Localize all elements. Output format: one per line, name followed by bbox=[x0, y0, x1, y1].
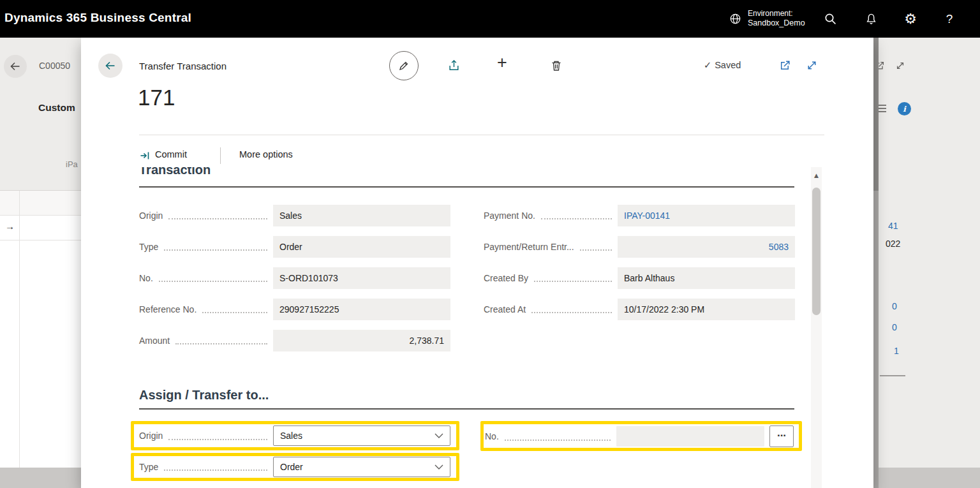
factbox-popout-icon[interactable] bbox=[879, 61, 885, 71]
settings-gear-icon[interactable]: ⚙ bbox=[898, 0, 923, 38]
field-row-type: Type Order bbox=[139, 236, 450, 258]
dotted-leader bbox=[175, 343, 267, 344]
field-label: Payment No. bbox=[484, 211, 535, 221]
factbox-value-date: 022 bbox=[886, 239, 900, 249]
app-top-bar: Dynamics 365 Business Central Environmen… bbox=[0, 0, 980, 38]
dotted-leader bbox=[580, 249, 612, 251]
share-button[interactable] bbox=[447, 59, 461, 72]
background-page-title: Custom bbox=[38, 102, 75, 114]
transfer-transaction-dialog: Transfer Transaction + ✓ Saved bbox=[81, 38, 873, 488]
more-options-action[interactable]: More options bbox=[239, 149, 293, 159]
field-row-payment-no: Payment No. IPAY-00141 bbox=[484, 205, 795, 226]
field-row-created-by: Created By Barb Althaus bbox=[484, 267, 795, 289]
assist-edit-button[interactable]: ... bbox=[769, 425, 794, 447]
assign-section-heading: Assign / Transfer to... bbox=[139, 388, 269, 403]
dialog-scrollbar-thumb[interactable] bbox=[812, 188, 820, 315]
background-bottom-band bbox=[879, 468, 980, 488]
record-id: 171 bbox=[138, 85, 175, 110]
transaction-section-underline bbox=[139, 186, 794, 188]
field-value-reference-no: 290927152225 bbox=[273, 299, 450, 320]
search-icon[interactable] bbox=[818, 0, 843, 38]
commit-action[interactable]: Commit bbox=[155, 149, 187, 159]
assign-origin-select[interactable]: Sales bbox=[273, 425, 450, 446]
factbox-count-3[interactable]: 1 bbox=[894, 346, 899, 356]
assign-origin-value: Sales bbox=[280, 431, 434, 441]
factbox-value-payment[interactable]: 41 bbox=[888, 221, 898, 231]
field-row-origin: Origin Sales bbox=[139, 205, 450, 226]
factbox-count-2[interactable]: 0 bbox=[892, 322, 897, 332]
dotted-leader bbox=[202, 312, 267, 313]
assign-type-select[interactable]: Order bbox=[273, 457, 450, 477]
field-value-created-at: 10/17/2022 2:30 PM bbox=[618, 299, 795, 320]
check-icon: ✓ bbox=[704, 60, 711, 70]
environment-globe-icon[interactable] bbox=[722, 0, 748, 38]
field-row-payment-return-entry: Payment/Return Entr... 5083 bbox=[484, 236, 795, 258]
background-back-button[interactable] bbox=[4, 55, 27, 78]
environment-label[interactable]: Environment: Sandbox_Demo bbox=[748, 9, 805, 28]
highlight-annotation-type: Type Order bbox=[131, 453, 459, 481]
assign-type-label: Type bbox=[139, 462, 158, 472]
assign-origin-label: Origin bbox=[139, 431, 163, 441]
field-label: Reference No. bbox=[139, 304, 197, 314]
field-value-payment-no[interactable]: IPAY-00141 bbox=[618, 205, 795, 226]
scroll-up-arrow-icon[interactable]: ▲ bbox=[811, 172, 822, 179]
background-scrollbar-thumb[interactable] bbox=[873, 38, 879, 191]
field-value-payment-return-entry[interactable]: 5083 bbox=[618, 236, 795, 258]
help-glyph: ? bbox=[946, 12, 953, 26]
dialog-scrollbar[interactable]: ▲ bbox=[811, 167, 822, 488]
notifications-bell-icon[interactable] bbox=[858, 0, 884, 38]
header-divider bbox=[139, 135, 824, 135]
field-row-amount: Amount 2,738.71 bbox=[139, 330, 450, 351]
assign-no-label: No. bbox=[485, 431, 499, 441]
dialog-title: Transfer Transaction bbox=[139, 61, 226, 71]
field-value-created-by: Barb Althaus bbox=[618, 267, 795, 289]
dotted-leader bbox=[168, 439, 267, 440]
dotted-leader bbox=[159, 281, 267, 282]
new-record-button[interactable]: + bbox=[497, 54, 507, 71]
background-page-scrollbar[interactable] bbox=[873, 38, 879, 488]
transaction-fields-left: Origin Sales Type Order No. S-ORD101073 … bbox=[139, 205, 450, 361]
transaction-fields-right: Payment No. IPAY-00141 Payment/Return En… bbox=[484, 205, 795, 330]
dotted-leader bbox=[164, 249, 267, 251]
dotted-leader bbox=[541, 218, 612, 219]
save-status-label: Saved bbox=[715, 60, 741, 70]
field-row-reference-no: Reference No. 290927152225 bbox=[139, 299, 450, 320]
dotted-leader bbox=[531, 312, 612, 313]
dotted-leader bbox=[164, 470, 267, 471]
background-table-header-divider bbox=[0, 215, 81, 216]
background-table-row-divider bbox=[0, 240, 81, 240]
info-icon[interactable]: i bbox=[898, 102, 911, 115]
field-label: Origin bbox=[139, 211, 163, 221]
open-in-window-icon[interactable] bbox=[779, 59, 791, 71]
factbox-count-1[interactable]: 0 bbox=[892, 301, 897, 311]
expand-dialog-icon[interactable] bbox=[806, 59, 818, 71]
page-stage: C00050 Custom iPa → bbox=[0, 38, 980, 488]
help-icon[interactable]: ? bbox=[937, 0, 962, 38]
background-table: → bbox=[0, 190, 81, 468]
actionbar-divider bbox=[220, 147, 221, 164]
factbox-menu-icon[interactable] bbox=[879, 104, 886, 113]
field-label: No. bbox=[139, 273, 153, 283]
dialog-back-button[interactable] bbox=[98, 54, 122, 78]
assign-type-value: Order bbox=[280, 462, 434, 472]
field-row-created-at: Created At 10/17/2022 2:30 PM bbox=[484, 299, 795, 320]
field-row-no: No. S-ORD101073 bbox=[139, 267, 450, 289]
dotted-leader bbox=[505, 440, 611, 441]
app-title: Dynamics 365 Business Central bbox=[4, 11, 191, 25]
highlight-annotation-no: No. ... bbox=[480, 421, 802, 451]
field-value-no: S-ORD101073 bbox=[273, 267, 450, 289]
factbox-collapse-icon[interactable] bbox=[895, 61, 905, 71]
commit-icon bbox=[139, 150, 151, 161]
field-label: Payment/Return Entr... bbox=[484, 242, 574, 252]
delete-trash-button[interactable] bbox=[550, 59, 563, 72]
save-status: ✓ Saved bbox=[704, 60, 741, 70]
edit-pencil-button[interactable] bbox=[389, 51, 419, 80]
field-value-amount: 2,738.71 bbox=[273, 330, 450, 351]
gear-glyph: ⚙ bbox=[904, 12, 917, 26]
chevron-down-icon bbox=[434, 433, 443, 438]
environment-caption: Environment: bbox=[748, 9, 805, 18]
dotted-leader bbox=[168, 218, 267, 219]
assign-no-input[interactable] bbox=[616, 426, 764, 447]
background-field-label: iPa bbox=[66, 159, 78, 169]
field-label: Amount bbox=[139, 336, 170, 346]
